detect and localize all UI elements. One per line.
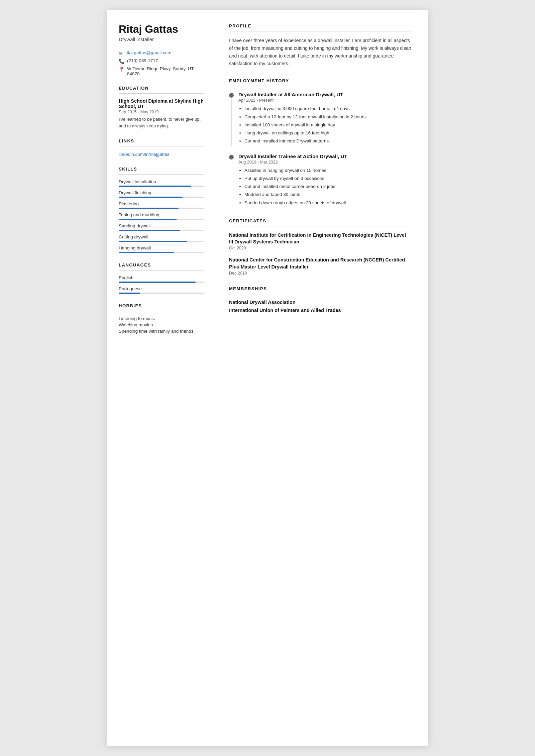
skill-item: Drywall finishing [119, 190, 204, 198]
membership-item: International Union of Painters and Alli… [229, 308, 411, 313]
email-item: ✉ ritaj.gattas@gmail.com [119, 50, 204, 56]
cert-entry: National Center for Construction Educati… [229, 256, 411, 276]
skill-label: Plastering [119, 201, 204, 206]
education-divider [119, 93, 204, 94]
employment-heading: Employment History [229, 78, 411, 83]
hobby-item: Spending time with family and friends [119, 329, 204, 334]
job-title: Drywall installer [119, 36, 204, 42]
language-bar-fill [119, 282, 196, 283]
cert-date: Dec 2018 [229, 271, 411, 276]
skill-item: Taping and mudding [119, 212, 204, 220]
links-section: Links linkedin.com/in/ritajgattas [119, 138, 204, 157]
skill-item: Cutting drywall [119, 234, 204, 242]
linkedin-link[interactable]: linkedin.com/in/ritajgattas [119, 152, 170, 157]
language-bar-fill [119, 293, 140, 294]
skill-label: Drywall installation [119, 179, 204, 184]
hobbies-divider [119, 311, 204, 311]
hobbies-section: Hobbies Listening to musicWatching movie… [119, 303, 204, 334]
school-name: High School Diploma at Skyline High Scho… [119, 98, 204, 109]
job-content: Drywall Installer Trainee at Action Dryw… [238, 153, 411, 208]
skill-bar-bg [119, 219, 204, 220]
linkedin-link-item: linkedin.com/in/ritajgattas [119, 151, 204, 157]
skill-label: Cutting drywall [119, 234, 204, 239]
skill-item: Hanging drywall [119, 245, 204, 253]
employment-divider [229, 86, 411, 86]
job-dates: Aug 2019 - Mar 2022 [238, 160, 411, 165]
edu-description: I've learned to be patient, to never giv… [119, 116, 204, 129]
skill-label: Drywall finishing [119, 190, 204, 195]
education-section: Education High School Diploma at Skyline… [119, 86, 204, 129]
profile-text: I have over three years of experience as… [229, 37, 411, 68]
cert-entry: National Institute for Certification in … [229, 232, 411, 251]
job-dot [229, 155, 234, 159]
job-bullet: Assisted in hanging drywall on 15 homes. [244, 167, 411, 174]
skills-section: Skills Drywall installation Drywall fini… [119, 167, 204, 253]
skill-bar-fill [119, 241, 187, 242]
skill-bar-bg [119, 241, 204, 242]
contact-block: ✉ ritaj.gattas@gmail.com 📞 (210) 089-171… [119, 50, 204, 76]
right-panel: Profile I have over three years of exper… [214, 10, 428, 746]
job-entry: Drywall Installer Trainee at Action Dryw… [229, 153, 411, 208]
language-bar-bg [119, 282, 204, 283]
job-line [231, 99, 232, 146]
phone-text: (210) 089-1717 [127, 58, 158, 63]
job-bullet: Installed 100 sheets of drywall in a sin… [244, 122, 411, 128]
skill-bar-bg [119, 208, 204, 209]
skill-bar-fill [119, 186, 191, 187]
skill-bar-fill [119, 208, 179, 209]
memberships-section: Memberships National Drywall Association… [229, 286, 411, 313]
skill-bar-bg [119, 230, 204, 231]
languages-section: Languages English Portuguese [119, 262, 204, 294]
cert-name: National Institute for Certification in … [229, 232, 411, 245]
hobbies-heading: Hobbies [119, 303, 204, 308]
profile-section: Profile I have over three years of exper… [229, 23, 411, 68]
job-title-text: Drywall Installer at All American Drywal… [238, 92, 411, 97]
memberships-list: National Drywall AssociationInternationa… [229, 300, 411, 313]
skill-bar-bg [119, 252, 204, 253]
job-bullet: Cut and installed intricate Drywall patt… [244, 138, 411, 144]
skill-label: Hanging drywall [119, 245, 204, 250]
name: Ritaj Gattas [119, 23, 204, 35]
job-bullet: Installed drywall in 3,000 square foot h… [244, 105, 411, 112]
email-link[interactable]: ritaj.gattas@gmail.com [125, 50, 172, 55]
membership-item: National Drywall Association [229, 300, 411, 305]
languages-divider [119, 270, 204, 271]
profile-heading: Profile [229, 23, 411, 28]
profile-divider [229, 31, 411, 31]
skill-bar-fill [119, 219, 177, 220]
job-bullet: Completed a 12-foot by 12-foot drywall i… [244, 114, 411, 120]
job-dot-column [229, 153, 234, 208]
skill-item: Plastering [119, 201, 204, 209]
certs-list: National Institute for Certification in … [229, 232, 411, 276]
job-dot [229, 93, 234, 98]
links-divider [119, 146, 204, 146]
email-icon: ✉ [119, 50, 123, 56]
job-bullets-list: Assisted in hanging drywall on 15 homes.… [238, 167, 411, 206]
links-heading: Links [119, 138, 204, 143]
phone-item: 📞 (210) 089-1717 [119, 58, 204, 64]
skill-item: Sanding drywall [119, 223, 204, 231]
job-dates: Apr 2022 - Present [238, 98, 411, 103]
language-item: English [119, 275, 204, 283]
languages-heading: Languages [119, 262, 204, 267]
skill-bar-bg [119, 197, 204, 198]
language-label: English [119, 275, 204, 280]
memberships-divider [229, 294, 411, 294]
job-content: Drywall Installer at All American Drywal… [238, 92, 411, 146]
skills-list: Drywall installation Drywall finishing P… [119, 179, 204, 253]
job-entry: Drywall Installer at All American Drywal… [229, 92, 411, 146]
skill-bar-fill [119, 252, 174, 253]
employment-section: Employment History Drywall Installer at … [229, 78, 411, 208]
jobs-list: Drywall Installer at All American Drywal… [229, 92, 411, 208]
skill-label: Sanding drywall [119, 223, 204, 228]
left-panel: Ritaj Gattas Drywall installer ✉ ritaj.g… [107, 10, 214, 746]
certificates-heading: Certificates [229, 218, 411, 223]
skills-heading: Skills [119, 167, 204, 172]
address-text: W Towne Ridge Pkwy, Sandy, UT 84070 [127, 66, 204, 76]
skill-item: Drywall installation [119, 179, 204, 187]
skill-bar-fill [119, 197, 183, 198]
hobbies-list: Listening to musicWatching moviesSpendin… [119, 316, 204, 334]
certificates-divider [229, 226, 411, 226]
phone-icon: 📞 [119, 59, 124, 64]
certificates-section: Certificates National Institute for Cert… [229, 218, 411, 276]
